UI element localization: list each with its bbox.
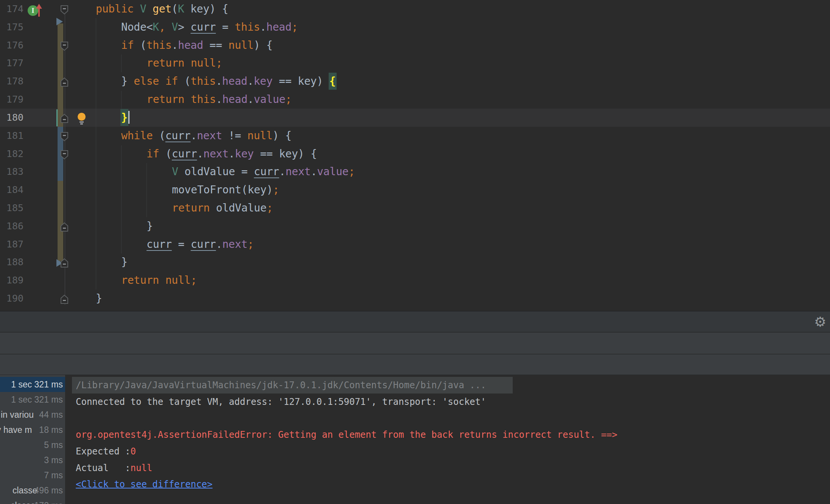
fold-collapse-icon[interactable] [60, 150, 69, 161]
code-token: . [190, 129, 197, 142]
test-tree-row[interactable]: 7 ms [0, 468, 65, 483]
console-text: Expected : [76, 446, 131, 457]
test-tree-row[interactable]: classe172 ms [0, 498, 65, 504]
code-token: . [197, 148, 203, 160]
code-line[interactable]: if (this.head == null) { [121, 36, 273, 54]
line-number: 183 [0, 163, 23, 181]
code-line[interactable]: return null; [147, 54, 222, 72]
code-token: == key) { [254, 148, 317, 160]
code-token: ; [248, 238, 254, 250]
code-line[interactable]: } [121, 253, 128, 271]
fold-collapse-end-icon[interactable] [60, 222, 69, 233]
code-token: ( [159, 148, 172, 160]
code-token: ) { [254, 39, 273, 51]
code-token [134, 3, 140, 15]
code-line[interactable]: while (curr.next != null) { [121, 127, 292, 145]
code-line[interactable]: return oldValue; [172, 199, 273, 217]
fold-collapse-end-icon[interactable] [60, 294, 69, 306]
test-tree-row[interactable]: 1 sec 321 ms [0, 377, 65, 392]
code-token: else [134, 75, 159, 87]
indent-guide [147, 163, 147, 217]
fold-collapse-end-icon[interactable] [60, 258, 69, 269]
override-up-arrow-icon[interactable] [38, 8, 40, 17]
test-tree-row[interactable]: 1 sec 321 ms [0, 392, 65, 407]
code-token: . [260, 21, 267, 33]
code-token: if [121, 39, 134, 51]
code-token [184, 57, 191, 69]
intention-bulb-icon[interactable] [78, 113, 86, 121]
code-token: != [222, 129, 248, 142]
fold-collapse-icon[interactable] [60, 5, 69, 16]
code-token: == key) [273, 75, 329, 87]
console-text: /Library/Java/JavaVirtualMachines/jdk-17… [76, 380, 486, 390]
code-token: ; [190, 274, 197, 286]
code-token: curr [254, 165, 279, 178]
see-difference-link[interactable]: <Click to see difference> [76, 479, 212, 490]
code-token: V [140, 3, 147, 15]
code-token: value [254, 93, 285, 106]
code-line[interactable]: curr = curr.next; [147, 235, 254, 254]
test-tree-row[interactable]: in variou44 ms [0, 407, 65, 422]
code-line[interactable]: moveToFront(key); [172, 181, 279, 199]
code-line[interactable]: } else if (this.head.key == key) { [121, 72, 336, 90]
code-token [146, 3, 153, 15]
code-line[interactable]: } [147, 217, 153, 235]
code-token: while [121, 129, 153, 142]
code-token: this [191, 93, 216, 106]
editor-settings-gear-icon[interactable]: ⚙ [814, 315, 826, 329]
code-token: head [178, 39, 203, 51]
test-duration: 172 ms [34, 498, 63, 504]
code-line[interactable]: if (curr.next.key == key) { [147, 145, 317, 163]
test-duration: 3 ms [44, 453, 63, 468]
code-line[interactable]: return this.head.value; [147, 90, 292, 109]
code-token: ( [153, 129, 165, 142]
code-token: return [147, 57, 184, 69]
vcs-change-marker-modified[interactable] [58, 181, 63, 261]
code-token: this [147, 39, 172, 51]
code-token: = [216, 21, 235, 33]
test-tree-row[interactable]: 5 ms [0, 437, 65, 453]
code-token: curr [190, 21, 216, 33]
code-token: curr [165, 129, 191, 142]
line-number: 189 [0, 271, 23, 289]
code-editor[interactable]: I 17417517617717817918018118218318418518… [0, 0, 830, 311]
code-token: key [254, 75, 273, 87]
editor-bottom-strip: ⚙ [0, 311, 830, 332]
code-line[interactable]: } [121, 109, 129, 127]
code-token: curr [172, 148, 197, 160]
code-token: next [203, 148, 229, 160]
console-line: Expected :0 [76, 443, 136, 460]
console-line: org.opentest4j.AssertionFailedError: Get… [76, 426, 617, 443]
console-line: /Library/Java/JavaVirtualMachines/jdk-17… [72, 377, 513, 394]
code-token: next [222, 238, 248, 250]
code-token: . [248, 93, 254, 106]
test-tree-row[interactable]: 3 ms [0, 453, 65, 468]
code-token: key) { [184, 3, 228, 15]
code-token: > [178, 21, 190, 33]
code-token: V [172, 21, 178, 33]
test-tree-row[interactable]: y have m18 ms [0, 422, 65, 437]
code-line[interactable]: public V get(K key) { [96, 0, 228, 18]
code-token: ( [172, 3, 178, 15]
test-tree-row[interactable]: classe496 ms [0, 483, 65, 498]
fold-collapse-icon[interactable] [60, 41, 69, 53]
line-number: 188 [0, 253, 23, 271]
fold-collapse-end-icon[interactable] [60, 77, 69, 89]
fold-collapse-icon[interactable] [60, 132, 69, 143]
test-name: y have m [0, 422, 32, 437]
override-up-arrow-icon[interactable] [36, 4, 42, 9]
test-tree-panel[interactable]: 1 sec 321 ms1 sec 321 msin variou44 msy … [0, 375, 65, 504]
code-line[interactable]: V oldValue = curr.next.value; [172, 163, 355, 181]
code-token: head [222, 93, 248, 106]
code-line[interactable]: Node<K, V> curr = this.head; [121, 18, 298, 36]
fold-collapse-end-icon[interactable] [60, 114, 69, 125]
code-line[interactable]: return null; [121, 271, 197, 289]
vcs-change-marker-modified[interactable] [58, 23, 63, 127]
vcs-change-marker-edge [56, 109, 58, 126]
code-token: head [266, 21, 292, 33]
test-duration: 1 sec 321 ms [11, 392, 63, 407]
code-line[interactable]: } [96, 289, 102, 308]
change-range-arrow-icon[interactable] [56, 18, 63, 25]
test-console-output[interactable]: /Library/Java/JavaVirtualMachines/jdk-17… [65, 375, 830, 504]
code-token: ; [292, 21, 298, 33]
